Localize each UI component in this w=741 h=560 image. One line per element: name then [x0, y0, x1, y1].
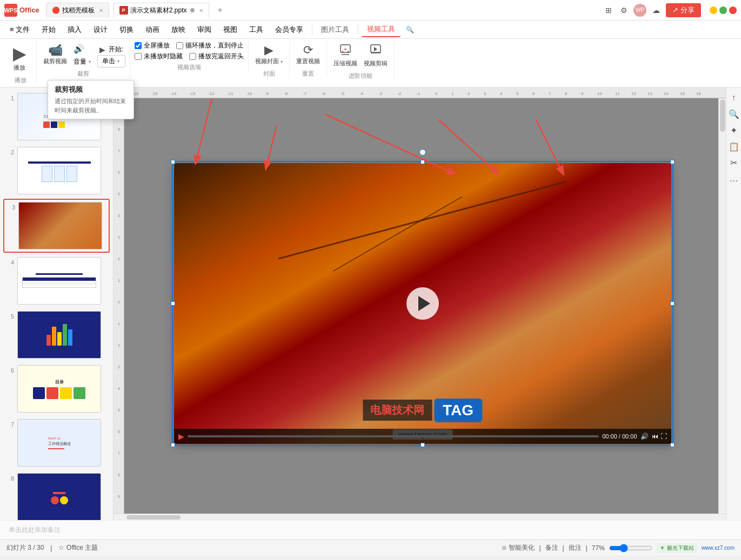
scrollbar-thumb-h[interactable]: [126, 515, 181, 519]
scrollbar-thumb-v[interactable]: [720, 99, 725, 132]
app-brand: Office: [19, 6, 39, 14]
footer-icon: ☀: [660, 545, 665, 551]
svg-text:-11: -11: [227, 91, 233, 96]
reset-video-button[interactable]: ⟳ 重置视频: [294, 41, 322, 68]
smart-beautify[interactable]: ⊙ 智能美化: [502, 543, 535, 552]
slide-thumb-2[interactable]: 2: [3, 145, 110, 197]
volume-arrow: ▾: [89, 59, 91, 64]
slide-thumb-6[interactable]: 6 目录: [3, 363, 110, 415]
edit-icon: [369, 43, 382, 59]
scrollbar-vertical[interactable]: [718, 98, 726, 514]
sidebar-star-icon[interactable]: ✦: [728, 124, 740, 136]
start-control-group: ▶ 开始: 单击 ▾: [97, 44, 125, 68]
slide-img-2: [17, 147, 101, 194]
close-button[interactable]: [729, 6, 737, 14]
menu-animation[interactable]: 动画: [140, 23, 165, 37]
compress-video-button[interactable]: 压缩视频: [331, 41, 359, 70]
ribbon-group-cover: ▶ 视频封面 ▾ 封面: [249, 41, 290, 78]
cloud-icon[interactable]: ☁: [651, 5, 662, 16]
menu-transition[interactable]: 切换: [114, 23, 139, 37]
menu-design[interactable]: 设计: [88, 23, 113, 37]
tab-template-close[interactable]: ✕: [99, 8, 103, 14]
menu-vip[interactable]: 会员专享: [270, 23, 309, 37]
notes-btn[interactable]: 备注: [545, 543, 558, 552]
ctrl-prev-icon[interactable]: ⏮: [652, 433, 658, 440]
menu-insert[interactable]: 插入: [62, 23, 87, 37]
play-icon: ▶: [13, 43, 26, 64]
menu-review[interactable]: 审阅: [192, 23, 217, 37]
wps-logo: WPS Office: [4, 4, 39, 17]
video-play-button[interactable]: [406, 287, 439, 320]
menu-tools[interactable]: 工具: [244, 23, 269, 37]
add-tab-btn[interactable]: +: [213, 3, 227, 17]
play-button[interactable]: ▶ 播放: [9, 41, 30, 74]
rewind-checkbox-label[interactable]: 播放完返回开头: [189, 52, 244, 61]
fullscreen-checkbox-label[interactable]: 全屏播放: [135, 41, 170, 50]
user-avatar[interactable]: WP: [633, 4, 646, 17]
minimize-button[interactable]: [710, 6, 717, 14]
ctrl-time-display: 00:00 / 00:00: [602, 433, 637, 440]
menu-video-tools[interactable]: 视频工具: [362, 22, 400, 37]
footer-brand: ☀ 极光下载站: [657, 543, 697, 553]
slide-num-6: 6: [5, 367, 14, 374]
sidebar-clipboard-icon[interactable]: 📋: [728, 140, 740, 152]
start-dropdown[interactable]: 单击 ▾: [97, 55, 125, 68]
fullscreen-checkbox[interactable]: [135, 42, 142, 49]
tab-template[interactable]: 🔴 找稻壳模板 ✕: [46, 3, 109, 18]
tab-ppt[interactable]: P 演示文稿素材2.pptx ✕: [114, 3, 209, 18]
right-sidebar: ↑ 🔍 ✦ 📋 ✂ …: [726, 87, 741, 520]
svg-text:0: 0: [118, 300, 120, 304]
svg-text:1: 1: [451, 91, 454, 96]
reset-icon: ⟳: [303, 43, 313, 57]
comment-btn[interactable]: 批注: [569, 543, 582, 552]
zoom-slider[interactable]: [609, 544, 652, 552]
slide-thumb-4[interactable]: 4: [3, 255, 110, 307]
menu-picture-tools[interactable]: 图片工具: [316, 23, 355, 37]
video-edit-button[interactable]: 视频剪辑: [362, 41, 390, 70]
hide-checkbox-label[interactable]: 未播放时隐藏: [135, 52, 183, 61]
svg-text:-6: -6: [322, 91, 326, 96]
ctrl-play-btn[interactable]: ▶: [178, 432, 184, 441]
chart-bar1: [46, 335, 51, 346]
svg-text:7: 7: [118, 451, 120, 455]
checkbox-row-2: 未播放时隐藏 播放完返回开头: [135, 52, 244, 61]
menu-file[interactable]: ≡ 文件: [4, 23, 35, 37]
slide-canvas-wrapper: 电脑技术网 TAG www.tagxp.com ▶ 00:00 /: [174, 163, 677, 449]
loop-checkbox[interactable]: [176, 42, 183, 49]
notes-area[interactable]: 单击此处添加备注: [0, 520, 741, 539]
scrollbar-horizontal[interactable]: [114, 514, 726, 520]
slide-2-item2: [54, 166, 65, 182]
search-icon[interactable]: 🔍: [406, 26, 414, 33]
status-sep2: |: [539, 544, 540, 552]
slide-canvas[interactable]: 电脑技术网 TAG www.tagxp.com ▶ 00:00 /: [174, 163, 671, 444]
hide-checkbox[interactable]: [135, 53, 142, 60]
sidebar-more-icon[interactable]: …: [728, 173, 740, 185]
ctrl-fullscreen-icon[interactable]: ⛶: [660, 433, 667, 440]
sidebar-scissors-icon[interactable]: ✂: [728, 157, 740, 168]
rewind-label: 播放完返回开头: [198, 52, 244, 61]
layout-icon[interactable]: ⊞: [603, 5, 614, 16]
slide-thumb-5[interactable]: 5: [3, 309, 110, 361]
svg-text:14: 14: [664, 91, 669, 96]
ctrl-progress-bar[interactable]: [188, 435, 599, 437]
rotation-handle[interactable]: [419, 149, 426, 156]
loop-checkbox-label[interactable]: 循环播放，直到停止: [176, 41, 244, 50]
cover-group-label: 封面: [253, 70, 285, 78]
slide-thumb-3[interactable]: 3: [3, 199, 110, 253]
rewind-checkbox[interactable]: [189, 53, 196, 60]
volume-dropdown[interactable]: 音量 ▾: [71, 56, 93, 68]
maximize-button[interactable]: [719, 6, 727, 14]
clip-video-button[interactable]: 📹 裁剪视频: [41, 41, 69, 68]
video-cover-button[interactable]: ▶ 视频封面 ▾: [253, 41, 285, 68]
ctrl-volume-btn[interactable]: 🔊: [640, 433, 649, 440]
tab-ppt-close[interactable]: ✕: [199, 8, 203, 14]
slide-thumb-7[interactable]: 7 PART 01 工作情况概述: [3, 417, 110, 469]
share-button[interactable]: ↗ 分享: [666, 3, 701, 17]
addins-icon[interactable]: ⚙: [618, 5, 629, 16]
sidebar-up-icon[interactable]: ↑: [728, 92, 740, 104]
menu-view[interactable]: 视图: [218, 23, 243, 37]
slide-thumb-8[interactable]: 8: [3, 471, 110, 520]
menu-start[interactable]: 开始: [36, 23, 61, 37]
menu-slideshow[interactable]: 放映: [166, 23, 191, 37]
sidebar-search-icon[interactable]: 🔍: [728, 108, 740, 120]
